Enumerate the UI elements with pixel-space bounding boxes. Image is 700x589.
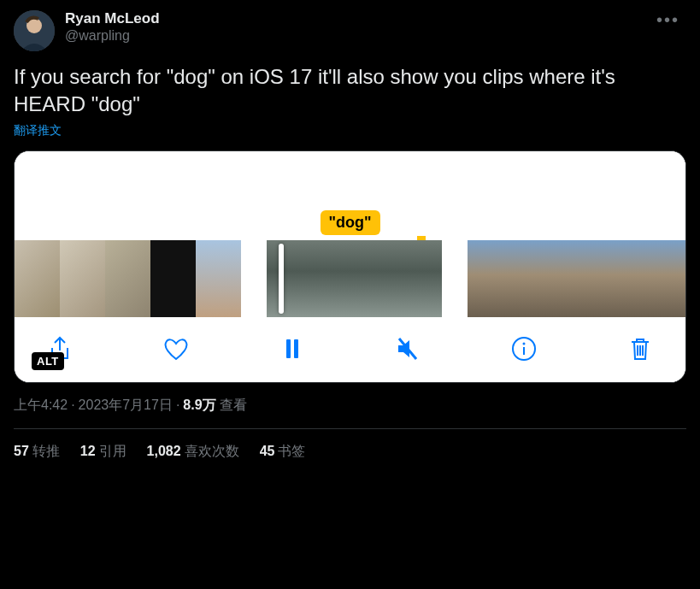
clip-thumbnail[interactable] bbox=[196, 240, 241, 317]
likes-stat[interactable]: 1,082喜欢次数 bbox=[147, 443, 239, 461]
clip-thumbnail[interactable] bbox=[577, 240, 613, 317]
search-term-badge: "dog" bbox=[320, 210, 379, 235]
svg-point-6 bbox=[523, 343, 526, 345]
user-handle[interactable]: @warpling bbox=[65, 27, 639, 44]
like-button[interactable] bbox=[162, 334, 191, 363]
mute-button[interactable] bbox=[393, 334, 422, 363]
heart-icon bbox=[162, 335, 190, 362]
media-attachment[interactable]: "dog" bbox=[14, 150, 686, 383]
clip-thumbnail[interactable] bbox=[540, 240, 576, 317]
clip-thumbnail[interactable] bbox=[468, 240, 503, 317]
tweet-meta: 上午4:42·2023年7月17日·8.9万 查看 bbox=[14, 397, 686, 415]
tweet-time[interactable]: 上午4:42 bbox=[14, 398, 68, 412]
bookmarks-count: 45 bbox=[260, 444, 275, 458]
clip-thumbnail[interactable] bbox=[613, 240, 649, 317]
tweet-header: Ryan McLeod @warpling ••• bbox=[14, 10, 686, 51]
views-label: 查看 bbox=[220, 398, 247, 412]
clip-group[interactable] bbox=[267, 240, 443, 317]
clip-thumbnail[interactable] bbox=[325, 240, 384, 317]
delete-button[interactable] bbox=[626, 334, 655, 363]
info-icon bbox=[510, 335, 538, 362]
alt-badge[interactable]: ALT bbox=[32, 352, 64, 370]
display-name[interactable]: Ryan McLeod bbox=[65, 10, 639, 27]
views-count[interactable]: 8.9万 bbox=[183, 398, 215, 412]
pause-button[interactable] bbox=[278, 334, 307, 363]
engagement-stats: 57转推 12引用 1,082喜欢次数 45书签 bbox=[14, 429, 686, 461]
info-button[interactable] bbox=[509, 334, 538, 363]
likes-count: 1,082 bbox=[147, 444, 181, 458]
clip-thumbnail[interactable] bbox=[60, 240, 105, 317]
quotes-label: 引用 bbox=[99, 444, 126, 458]
trash-icon bbox=[626, 335, 654, 362]
user-info: Ryan McLeod @warpling bbox=[65, 10, 639, 44]
clip-thumbnail[interactable] bbox=[504, 240, 540, 317]
bookmarks-stat[interactable]: 45书签 bbox=[260, 443, 306, 461]
media-whitespace: "dog" bbox=[15, 151, 685, 240]
speaker-muted-icon bbox=[394, 335, 421, 362]
retweets-count: 57 bbox=[14, 444, 29, 458]
bookmarks-label: 书签 bbox=[278, 444, 305, 458]
translate-link[interactable]: 翻译推文 bbox=[14, 123, 686, 138]
svg-rect-2 bbox=[286, 339, 291, 358]
tweet-date[interactable]: 2023年7月17日 bbox=[79, 398, 173, 412]
clip-thumbnail[interactable] bbox=[384, 240, 443, 317]
clip-thumbnail[interactable] bbox=[650, 240, 685, 317]
quotes-stat[interactable]: 12引用 bbox=[80, 443, 126, 461]
clip-group[interactable] bbox=[468, 240, 685, 317]
playhead-indicator[interactable] bbox=[279, 244, 284, 314]
likes-label: 喜欢次数 bbox=[185, 444, 239, 458]
clip-thumbnail[interactable] bbox=[15, 240, 60, 317]
tweet-text: If you search for "dog" on iOS 17 it'll … bbox=[14, 63, 686, 118]
tweet-container: Ryan McLeod @warpling ••• If you search … bbox=[0, 0, 700, 471]
avatar-image bbox=[14, 10, 55, 51]
clip-thumbnail[interactable] bbox=[105, 240, 150, 317]
avatar[interactable] bbox=[14, 10, 55, 51]
svg-rect-3 bbox=[294, 339, 298, 358]
clip-thumbnail[interactable] bbox=[267, 240, 326, 317]
media-controls bbox=[15, 317, 685, 382]
retweets-stat[interactable]: 57转推 bbox=[14, 443, 60, 461]
pause-icon bbox=[279, 335, 306, 362]
video-timeline[interactable] bbox=[15, 240, 685, 317]
quotes-count: 12 bbox=[80, 444, 96, 458]
retweets-label: 转推 bbox=[32, 444, 60, 458]
more-button[interactable]: ••• bbox=[650, 10, 686, 29]
clip-group[interactable] bbox=[15, 240, 241, 317]
clip-thumbnail[interactable] bbox=[150, 240, 196, 317]
